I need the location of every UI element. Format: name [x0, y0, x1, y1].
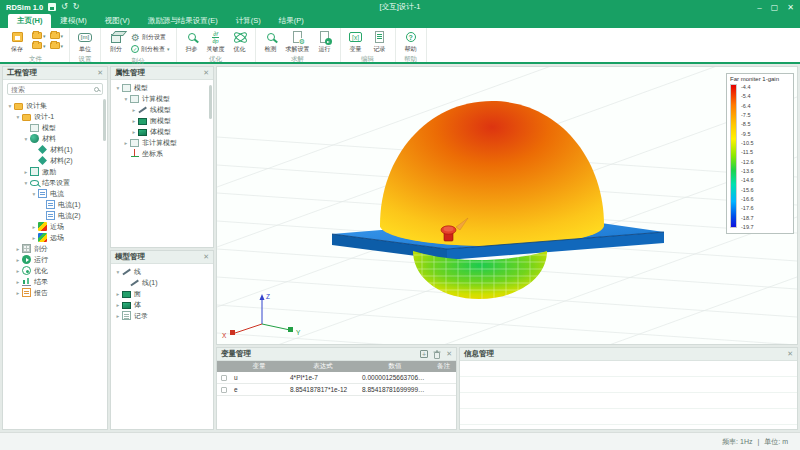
search-input[interactable]: [11, 86, 94, 93]
tab-3[interactable]: 激励源与结果设置(E): [139, 14, 227, 28]
project-tree-item-5[interactable]: 材料(2): [3, 155, 107, 166]
close-panel-icon[interactable]: ✕: [446, 350, 452, 358]
minimize-button[interactable]: –: [757, 3, 761, 12]
expander-icon[interactable]: ▸: [14, 246, 22, 252]
project-tree-item-15[interactable]: ▸优化: [3, 265, 107, 276]
detect-button[interactable]: 检测: [262, 30, 280, 54]
model-tree-item-3[interactable]: ▸体: [111, 299, 213, 310]
expander-icon[interactable]: ▸: [130, 129, 138, 135]
scrollbar-thumb[interactable]: [209, 85, 212, 119]
model-tree-item-1[interactable]: 线(1): [111, 277, 213, 288]
expander-icon[interactable]: ▸: [14, 257, 22, 263]
redo-icon[interactable]: ↻: [73, 3, 80, 11]
project-tree-item-12[interactable]: ▸远场: [3, 232, 107, 243]
variable-button[interactable]: 变量: [347, 30, 365, 54]
import-button[interactable]: ▾: [50, 32, 64, 39]
property-tree-item-2[interactable]: ▸线模型: [111, 104, 213, 115]
variable-checkbox[interactable]: [221, 387, 227, 393]
expander-icon[interactable]: ▾: [114, 269, 122, 275]
optimize-button[interactable]: 优化: [231, 30, 249, 54]
property-tree-item-3[interactable]: ▸面模型: [111, 115, 213, 126]
expander-icon[interactable]: ▸: [14, 279, 22, 285]
tab-4[interactable]: 计算(S): [227, 14, 270, 28]
property-tree-item-4[interactable]: ▸体模型: [111, 126, 213, 137]
project-tree-item-9[interactable]: 电流(1): [3, 199, 107, 210]
project-tree-item-7[interactable]: ▾结果设置: [3, 177, 107, 188]
expander-icon[interactable]: ▸: [30, 235, 38, 241]
variable-checkbox[interactable]: [221, 375, 227, 381]
mesh-check-button[interactable]: 剖分检查 ▾: [131, 45, 170, 54]
maximize-button[interactable]: ▢: [771, 3, 779, 12]
solver-settings-button[interactable]: 求解设置: [286, 30, 310, 54]
close-panel-icon[interactable]: ✕: [203, 69, 209, 77]
open-project-button[interactable]: ▾: [32, 32, 46, 39]
save-button[interactable]: 保存: [8, 30, 26, 54]
project-tree-item-16[interactable]: ▸结果: [3, 276, 107, 287]
expander-icon[interactable]: ▾: [22, 180, 30, 186]
expander-icon[interactable]: ▸: [122, 140, 130, 146]
project-tree-item-13[interactable]: ▸剖分: [3, 243, 107, 254]
recent-files-button[interactable]: ▾: [32, 42, 46, 49]
close-panel-icon[interactable]: ✕: [203, 253, 209, 261]
sensitivity-button[interactable]: 灵敏度: [207, 30, 225, 54]
project-tree-item-4[interactable]: 材料(1): [3, 144, 107, 155]
help-button[interactable]: 帮助: [402, 30, 420, 54]
run-button[interactable]: 运行: [316, 30, 334, 54]
close-button[interactable]: ✕: [787, 3, 794, 12]
model-tree-item-2[interactable]: ▸面: [111, 288, 213, 299]
model-tree-item-0[interactable]: ▾线: [111, 266, 213, 277]
export-button[interactable]: ▾: [50, 42, 64, 49]
expander-icon[interactable]: ▸: [130, 107, 138, 113]
close-panel-icon[interactable]: ✕: [97, 69, 103, 77]
expander-icon[interactable]: ▾: [114, 85, 122, 91]
expander-icon[interactable]: ▸: [114, 291, 122, 297]
3d-scene[interactable]: Z X Y: [217, 67, 797, 344]
project-tree-item-1[interactable]: ▾设计-1: [3, 111, 107, 122]
add-variable-button[interactable]: +: [420, 350, 428, 358]
tab-2[interactable]: 视图(V): [96, 14, 139, 28]
expander-icon[interactable]: ▸: [22, 169, 30, 175]
expander-icon[interactable]: ▾: [6, 103, 14, 109]
mesh-settings-button[interactable]: 剖分设置: [131, 33, 170, 43]
delete-variable-button[interactable]: [433, 350, 441, 359]
project-tree-item-6[interactable]: ▸激励: [3, 166, 107, 177]
unit-button[interactable]: 单位: [76, 30, 94, 54]
project-tree-item-14[interactable]: ▸运行: [3, 254, 107, 265]
property-tree-item-5[interactable]: ▸非计算模型: [111, 137, 213, 148]
expander-icon[interactable]: ▸: [130, 118, 138, 124]
mesh-button[interactable]: 剖分: [107, 30, 125, 54]
project-tree-item-2[interactable]: 模型: [3, 122, 107, 133]
property-tree-item-1[interactable]: ▾计算模型: [111, 93, 213, 104]
expander-icon[interactable]: ▾: [122, 96, 130, 102]
tab-0[interactable]: 主页(H): [8, 14, 51, 28]
expander-icon[interactable]: ▸: [14, 268, 22, 274]
model-tree-item-4[interactable]: ▸记录: [111, 310, 213, 321]
sweep-button[interactable]: 扫参: [183, 30, 201, 54]
expander-icon[interactable]: ▾: [30, 191, 38, 197]
quick-save-icon[interactable]: [48, 3, 56, 11]
variable-row-u[interactable]: u4*PI*1e-70.00000125663706143...: [217, 372, 456, 384]
undo-icon[interactable]: ↺: [61, 3, 68, 11]
record-button[interactable]: 记录: [371, 30, 389, 54]
expander-icon[interactable]: ▾: [22, 136, 30, 142]
farfield-dome[interactable]: [380, 101, 604, 246]
project-tree-item-0[interactable]: ▾设计集: [3, 100, 107, 111]
close-panel-icon[interactable]: ✕: [787, 350, 793, 358]
expander-icon[interactable]: ▸: [14, 290, 22, 296]
expander-icon[interactable]: ▸: [114, 302, 122, 308]
property-tree-item-6[interactable]: 坐标系: [111, 148, 213, 159]
scrollbar-thumb[interactable]: [103, 99, 106, 141]
expander-icon[interactable]: ▸: [114, 313, 122, 319]
project-tree-item-8[interactable]: ▾电流: [3, 188, 107, 199]
expander-icon[interactable]: ▾: [14, 114, 22, 120]
variable-row-e[interactable]: e8.854187817*1e-128.854187816999999e-...: [217, 384, 456, 396]
property-tree-item-0[interactable]: ▾模型: [111, 82, 213, 93]
project-tree-item-17[interactable]: ▸报告: [3, 287, 107, 298]
project-tree-item-10[interactable]: 电流(2): [3, 210, 107, 221]
project-tree-item-3[interactable]: ▾材料: [3, 133, 107, 144]
expander-icon[interactable]: ▸: [30, 224, 38, 230]
tab-5[interactable]: 结果(P): [270, 14, 313, 28]
tab-1[interactable]: 建模(M): [51, 14, 95, 28]
project-tree-item-11[interactable]: ▸近场: [3, 221, 107, 232]
viewport-3d[interactable]: Z X Y Far moniter 1-gain -4.4-5.4-6.4-7.…: [216, 66, 798, 345]
